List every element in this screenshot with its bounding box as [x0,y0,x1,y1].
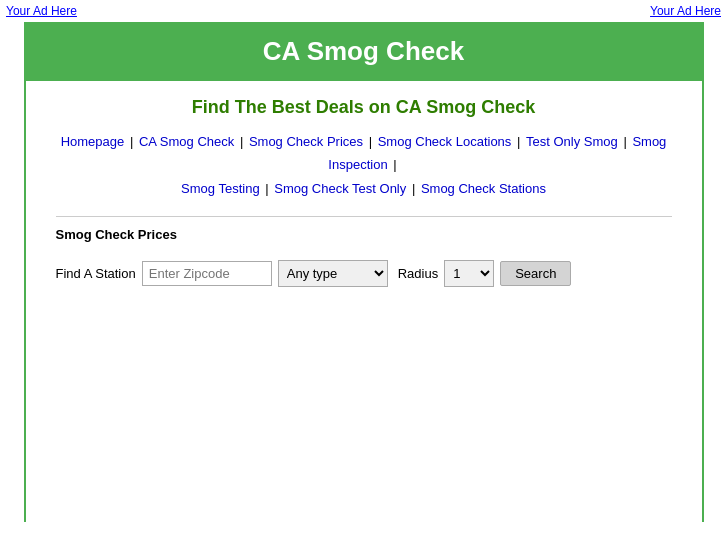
nav-smog-check-test-only[interactable]: Smog Check Test Only [274,181,406,196]
nav-ca-smog-check[interactable]: CA Smog Check [139,134,234,149]
main-content: Find The Best Deals on CA Smog Check Hom… [26,81,702,307]
nav-homepage[interactable]: Homepage [61,134,125,149]
nav-smog-check-locations[interactable]: Smog Check Locations [378,134,512,149]
nav-smog-testing[interactable]: Smog Testing [181,181,260,196]
main-container: CA Smog Check Find The Best Deals on CA … [24,22,704,522]
find-station-label: Find A Station [56,266,136,281]
ad-left[interactable]: Your Ad Here [6,4,77,18]
zipcode-input[interactable] [142,261,272,286]
section-title: Smog Check Prices [56,216,672,242]
nav-links: Homepage | CA Smog Check | Smog Check Pr… [56,130,672,200]
type-select[interactable]: Any type STAR Station Test Only Test & R… [278,260,388,287]
site-title: CA Smog Check [26,36,702,67]
nav-smog-check-stations[interactable]: Smog Check Stations [421,181,546,196]
nav-smog-check-prices[interactable]: Smog Check Prices [249,134,363,149]
find-station-row: Find A Station Any type STAR Station Tes… [56,260,672,287]
search-button[interactable]: Search [500,261,571,286]
ad-bar: Your Ad Here Your Ad Here [0,0,727,22]
header-banner: CA Smog Check [26,22,702,81]
radius-select[interactable]: 1 5 10 25 50 [444,260,494,287]
radius-label: Radius [398,266,438,281]
page-subtitle: Find The Best Deals on CA Smog Check [56,97,672,118]
ad-right[interactable]: Your Ad Here [650,4,721,18]
nav-test-only-smog[interactable]: Test Only Smog [526,134,618,149]
